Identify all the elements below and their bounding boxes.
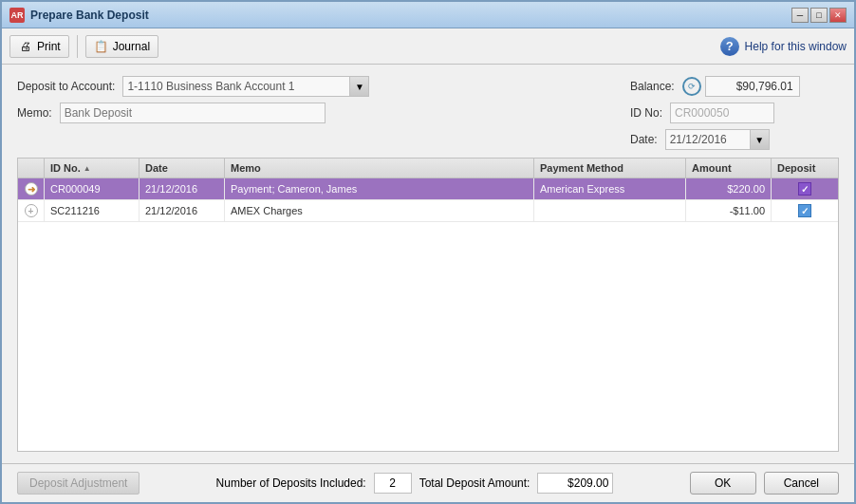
form-section: Deposit to Account: ▼ Memo: Balance: ⟳ (17, 76, 839, 150)
col-header-amount: Amount (686, 159, 772, 177)
row-2-deposit-cell: ✓ (772, 200, 838, 221)
date-input-wrapper: ▼ (665, 129, 770, 150)
print-icon: 🖨 (18, 39, 33, 54)
title-bar: AR Prepare Bank Deposit ─ □ ✕ (2, 2, 854, 28)
row-2-date: 21/12/2016 (140, 200, 225, 221)
table-row[interactable]: ➜ CR000049 21/12/2016 Payment; Cameron, … (18, 178, 838, 200)
deposit-account-dropdown-btn[interactable]: ▼ (350, 76, 369, 97)
balance-input[interactable] (705, 76, 800, 97)
row-2-amount: -$11.00 (686, 200, 772, 221)
col-header-deposit: Deposit (772, 159, 838, 177)
table-body: ➜ CR000049 21/12/2016 Payment; Cameron, … (18, 178, 838, 451)
window-title: Prepare Bank Deposit (30, 9, 149, 22)
deposits-table: ID No. ▲ Date Memo Payment Method Amount… (17, 158, 839, 452)
row-2-memo: AMEX Charges (225, 200, 534, 221)
journal-label: Journal (113, 40, 150, 53)
cancel-button[interactable]: Cancel (764, 472, 839, 495)
row-2-checkmark: ✓ (801, 206, 809, 216)
journal-icon: 📋 (94, 39, 109, 54)
col-header-payment-method: Payment Method (534, 159, 686, 177)
row-2-deposit-checkbox[interactable]: ✓ (798, 204, 811, 217)
help-label: Help for this window (745, 40, 847, 53)
date-input[interactable] (665, 129, 751, 150)
table-row[interactable]: + SC211216 21/12/2016 AMEX Charges -$11.… (18, 200, 838, 222)
toolbar-separator (77, 35, 78, 58)
deposit-adjustment-button: Deposit Adjustment (17, 472, 140, 495)
row-1-payment-method: American Express (534, 178, 686, 199)
num-deposits-input[interactable] (374, 473, 412, 494)
deposit-account-input[interactable] (122, 76, 350, 97)
row-1-id: CR000049 (45, 178, 140, 199)
print-label: Print (37, 40, 61, 53)
print-button[interactable]: 🖨 Print (9, 35, 69, 58)
title-bar-controls: ─ □ ✕ (791, 8, 847, 23)
deposit-account-input-wrapper: ▼ (122, 76, 369, 97)
date-row: Date: ▼ (630, 129, 839, 150)
balance-label: Balance: (630, 80, 675, 93)
app-icon: AR (9, 8, 25, 23)
form-right: Balance: ⟳ ID No: Date: ▼ (630, 76, 839, 150)
col-header-id: ID No. ▲ (45, 159, 140, 177)
minimize-button[interactable]: ─ (791, 8, 809, 23)
memo-row: Memo: (17, 103, 611, 123)
balance-input-wrapper: ⟳ (682, 76, 800, 97)
balance-refresh-icon[interactable]: ⟳ (682, 77, 701, 96)
form-left: Deposit to Account: ▼ Memo: (17, 76, 611, 123)
footer-right: OK Cancel (690, 472, 839, 495)
balance-row: Balance: ⟳ (630, 76, 839, 97)
row-1-memo: Payment; Cameron, James (225, 178, 534, 199)
row-2-id: SC211216 (45, 200, 140, 221)
id-no-row: ID No: (630, 103, 839, 123)
sort-icon: ▲ (84, 164, 91, 173)
row-2-payment-method (534, 200, 686, 221)
row-1-icon-cell: ➜ (18, 178, 45, 199)
id-no-input[interactable] (670, 103, 774, 123)
date-label: Date: (630, 133, 658, 146)
maximize-button[interactable]: □ (810, 8, 828, 23)
row-1-deposit-cell: ✓ (772, 178, 838, 199)
row-2-plus-icon[interactable]: + (25, 204, 38, 217)
memo-input[interactable] (60, 103, 326, 123)
help-button[interactable]: ? Help for this window (720, 37, 847, 56)
date-calendar-btn[interactable]: ▼ (751, 129, 770, 150)
footer-center: Number of Deposits Included: Total Depos… (216, 473, 614, 494)
toolbar: 🖨 Print 📋 Journal ? Help for this window (2, 28, 854, 65)
title-bar-left: AR Prepare Bank Deposit (9, 8, 149, 23)
num-deposits-label: Number of Deposits Included: (216, 476, 366, 490)
table-header: ID No. ▲ Date Memo Payment Method Amount… (18, 159, 838, 178)
row-1-date: 21/12/2016 (140, 178, 225, 199)
close-button[interactable]: ✕ (829, 8, 847, 23)
col-header-date: Date (140, 159, 225, 177)
help-icon: ? (720, 37, 739, 56)
col-header-icon (18, 159, 45, 177)
content-area: Deposit to Account: ▼ Memo: Balance: ⟳ (2, 65, 854, 463)
toolbar-left: 🖨 Print 📋 Journal (9, 35, 158, 58)
footer-left: Deposit Adjustment (17, 472, 140, 495)
deposit-account-label: Deposit to Account: (17, 80, 115, 93)
deposit-account-row: Deposit to Account: ▼ (17, 76, 611, 97)
id-no-label: ID No: (630, 106, 662, 120)
col-header-memo: Memo (225, 159, 534, 177)
row-1-arrow-icon[interactable]: ➜ (25, 182, 38, 196)
journal-button[interactable]: 📋 Journal (85, 35, 158, 58)
row-1-amount: $220.00 (686, 178, 772, 199)
total-deposit-input[interactable] (537, 473, 613, 494)
total-deposit-label: Total Deposit Amount: (419, 476, 530, 490)
row-1-deposit-checkbox[interactable]: ✓ (798, 182, 811, 196)
footer: Deposit Adjustment Number of Deposits In… (2, 463, 854, 502)
row-2-icon-cell: + (18, 200, 45, 221)
memo-label: Memo: (17, 106, 52, 120)
ok-button[interactable]: OK (690, 472, 756, 495)
row-1-checkmark: ✓ (801, 184, 809, 195)
main-window: AR Prepare Bank Deposit ─ □ ✕ 🖨 Print 📋 … (0, 0, 856, 504)
